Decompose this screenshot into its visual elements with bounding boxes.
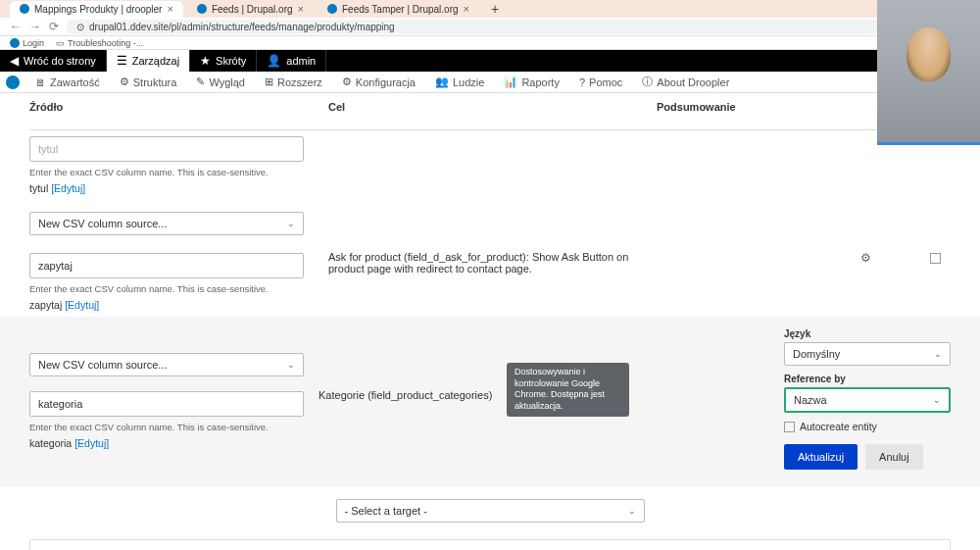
source-input[interactable] (29, 253, 304, 278)
folder-icon: ▭ (56, 38, 65, 48)
source-label: tytul [Edytuj] (29, 182, 314, 194)
help-text: Enter the exact CSV column name. This is… (29, 283, 314, 294)
favicon (20, 4, 29, 14)
header-summary: Podsumowanie (657, 101, 833, 125)
source-select[interactable]: New CSV column source...⌄ (29, 212, 304, 235)
reference-by-label: Reference by (784, 374, 951, 384)
menu-icon: ☰ (117, 54, 127, 68)
nav-content[interactable]: 🗎Zawartość (25, 72, 110, 92)
site-info-icon: ⊙ (76, 22, 84, 32)
forward-button[interactable]: → (29, 20, 41, 33)
help-text: Enter the exact CSV column name. This is… (29, 422, 304, 432)
mapping-row-3: New CSV column source...⌄ Enter the exac… (0, 317, 980, 487)
language-select[interactable]: Domyślny⌄ (784, 342, 951, 366)
bookmarks-bar: Login ▭Troubleshooting -... (0, 36, 980, 50)
nav-config[interactable]: ⚙Konfiguracja (332, 72, 425, 92)
source-input[interactable] (29, 136, 304, 162)
browser-tabs: Mappings Produkty | droopler× Feeds | Dr… (0, 0, 980, 18)
edit-link[interactable]: [Edytuj] (65, 299, 99, 311)
tab[interactable]: Feeds | Drupal.org× (187, 1, 314, 18)
chevron-down-icon: ⌄ (628, 506, 636, 516)
main-content: Źródło Cel Podsumowanie Konfi- guruj Ent… (0, 93, 980, 550)
user-menu[interactable]: 👤admin (257, 50, 326, 72)
language-label: Język (784, 328, 951, 339)
source-input[interactable] (29, 391, 304, 417)
nav-reports[interactable]: 📊Raporty (494, 72, 569, 92)
source-label: zapytaj [Edytuj] (29, 299, 314, 311)
favicon (327, 4, 337, 14)
cancel-button[interactable]: Anuluj (865, 444, 923, 470)
chevron-down-icon: ⌄ (933, 395, 941, 405)
source-select[interactable]: New CSV column source...⌄ (29, 353, 304, 376)
nav-structure[interactable]: ⚙Struktura (110, 72, 187, 92)
source-label: kategoria [Edytuj] (29, 437, 304, 449)
nav-help[interactable]: ?Pomoc (569, 72, 632, 92)
admin-toolbar: ◀Wróć do strony ☰Zarządzaj ★Skróty 👤admi… (0, 50, 980, 72)
arrow-left-icon: ◀ (10, 54, 19, 68)
people-icon: 👥 (435, 75, 449, 88)
help-text: Enter the exact CSV column name. This is… (29, 167, 314, 177)
info-icon: ⓘ (642, 75, 653, 89)
table-header: Źródło Cel Podsumowanie Konfi- guruj (29, 93, 951, 130)
address-bar[interactable]: ⊙drupal01.ddev.site/pl/admin/structure/f… (67, 20, 970, 34)
favicon (10, 38, 20, 48)
bookmark-troubleshooting[interactable]: ▭Troubleshooting -... (56, 38, 143, 48)
user-icon: 👤 (267, 54, 281, 68)
header-target: Cel (328, 101, 657, 125)
admin-subnav: 🗎Zawartość ⚙Struktura ✎Wygląd ⊞Rozszerz … (0, 72, 980, 93)
gear-icon: ⚙ (342, 75, 352, 88)
legend-details[interactable]: ⌄ Legenda (29, 539, 951, 550)
gear-icon[interactable]: ⚙ (860, 251, 871, 265)
brush-icon: ✎ (196, 75, 205, 88)
chart-icon: 📊 (504, 75, 517, 88)
reload-button[interactable]: ⟳ (49, 20, 59, 33)
target-select[interactable]: - Select a target -⌄ (336, 499, 645, 523)
nav-about[interactable]: ⓘAbout Droopler (632, 72, 739, 92)
unique-checkbox[interactable] (930, 253, 941, 264)
chevron-down-icon: ⌄ (934, 349, 942, 359)
manage-toggle[interactable]: ☰Zarządzaj (107, 50, 190, 72)
file-icon: 🗎 (35, 76, 46, 88)
update-button[interactable]: Aktualizuj (784, 444, 858, 470)
autocreate-label: Autocreate entity (800, 421, 877, 432)
chevron-down-icon: ⌄ (287, 360, 295, 370)
back-button[interactable]: ← (10, 20, 22, 33)
autocreate-checkbox[interactable] (784, 422, 795, 432)
nav-people[interactable]: 👥Ludzie (425, 72, 494, 92)
edit-link[interactable]: [Edytuj] (51, 182, 85, 194)
star-icon: ★ (200, 54, 211, 68)
help-icon: ? (579, 76, 585, 88)
bookmark-login[interactable]: Login (10, 38, 44, 48)
drupal-logo-icon[interactable] (6, 75, 20, 89)
mapping-row-1: Enter the exact CSV column name. This is… (29, 130, 951, 200)
mapping-row-2: New CSV column source...⌄ Enter the exac… (29, 200, 951, 317)
target-description: Ask for product (field_d_ask_for_product… (328, 212, 657, 275)
add-target-row: - Select a target -⌄ (29, 487, 951, 534)
close-icon[interactable]: × (298, 3, 304, 15)
favicon (197, 4, 207, 14)
tab-active[interactable]: Mappings Produkty | droopler× (10, 1, 183, 18)
reference-by-select[interactable]: Nazwa⌄ (784, 387, 951, 413)
close-icon[interactable]: × (464, 3, 469, 15)
back-to-site[interactable]: ◀Wróć do strony (0, 50, 107, 72)
nav-extend[interactable]: ⊞Rozszerz (255, 72, 332, 92)
tab[interactable]: Feeds Tamper | Drupal.org× (318, 1, 479, 18)
autocreate-row: Autocreate entity (784, 421, 951, 432)
new-tab-button[interactable]: + (483, 1, 507, 17)
webcam-overlay (877, 0, 980, 145)
close-icon[interactable]: × (167, 3, 172, 15)
url-bar: ← → ⟳ ⊙drupal01.ddev.site/pl/admin/struc… (0, 18, 980, 36)
nav-appearance[interactable]: ✎Wygląd (186, 72, 255, 92)
chrome-update-tooltip: Dostosowywanie i kontrolowanie Google Ch… (507, 363, 629, 417)
chevron-down-icon: ⌄ (287, 219, 295, 228)
edit-link[interactable]: [Edytuj] (74, 437, 109, 449)
shortcuts[interactable]: ★Skróty (190, 50, 257, 72)
puzzle-icon: ⊞ (265, 75, 273, 88)
header-source: Źródło (29, 101, 328, 125)
tree-icon: ⚙ (120, 75, 129, 88)
